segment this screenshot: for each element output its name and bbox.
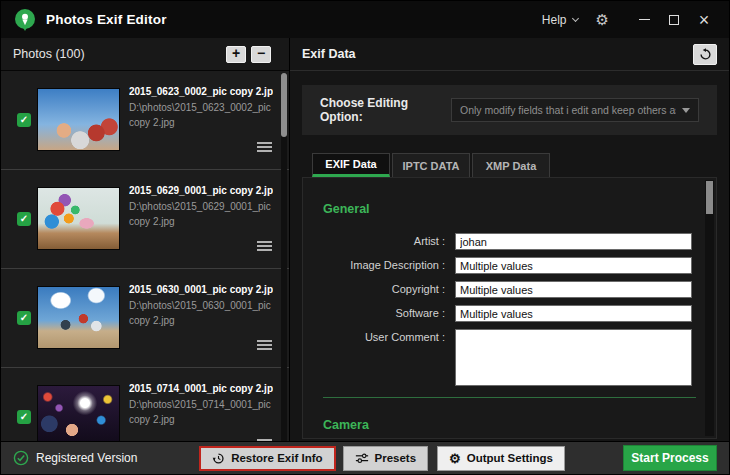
photos-sidebar: Photos (100) + − ✓ 2015_0623_0002_pic co… [1,38,290,441]
photo-filename: 2015_0623_0002_pic copy 2.jpg [129,86,273,97]
exif-panel-title: Exif Data [302,47,356,61]
field-label-user-comment: User Comment : [303,329,455,343]
chevron-down-icon [572,14,579,21]
add-photos-button[interactable]: + [226,46,246,63]
registered-version-label: Registered Version [36,451,137,465]
row-menu-icon[interactable] [257,340,272,350]
registered-check-icon [13,450,29,466]
copyright-field[interactable] [455,281,692,298]
app-logo-icon [13,8,37,32]
image-description-field[interactable] [455,257,692,274]
photo-checkbox[interactable]: ✓ [17,311,31,325]
field-label-image-description: Image Description : [303,257,455,271]
photo-filepath: D:\photos\2015_0714_0001_pic copy 2.jpg [129,398,273,427]
editing-option-label: Choose Editing Option: [320,96,451,124]
field-label-artist: Artist : [303,233,455,247]
maximize-button[interactable] [659,8,689,32]
dropdown-caret-icon [682,108,690,113]
registered-version-status: Registered Version [13,450,137,466]
photo-checkbox[interactable]: ✓ [17,212,31,226]
exif-panel: Exif Data Choose Editing Option: Only mo… [290,38,729,441]
sliders-icon [355,452,369,464]
exif-panel-header: Exif Data [290,38,729,71]
editing-option-panel: Choose Editing Option: Only modify field… [302,85,717,135]
photo-thumbnail [37,385,120,441]
row-menu-icon[interactable] [257,142,272,152]
row-menu-icon[interactable] [257,241,272,251]
restore-exif-info-label: Restore Exif Info [231,452,322,464]
section-divider [323,397,696,398]
output-settings-label: Output Settings [467,452,553,464]
photo-filename: 2015_0714_0001_pic copy 2.jpg [129,383,273,394]
photo-checkbox[interactable]: ✓ [17,410,31,424]
close-button[interactable]: × [689,8,719,32]
output-settings-button[interactable]: ⚙ Output Settings [437,446,565,471]
photos-count-label: Photos (100) [13,47,85,61]
app-window: Photos Exif Editor Help ⚙ × Photos (100)… [0,0,730,475]
row-menu-icon[interactable] [257,439,272,441]
title-bar: Photos Exif Editor Help ⚙ × [1,1,729,38]
refresh-icon [699,48,712,61]
section-title-general: General [323,202,716,216]
field-label-software: Software : [303,305,455,319]
sidebar-header: Photos (100) + − [1,38,289,71]
tab-exif-data[interactable]: EXIF Data [312,153,390,177]
restore-exif-info-button[interactable]: Restore Exif Info [199,446,335,471]
photo-filepath: D:\photos\2015_0630_0001_pic copy 2.jpg [129,299,273,328]
maximize-icon [669,15,679,25]
sidebar-scrollbar[interactable] [281,73,287,441]
photo-list-item[interactable]: ✓ 2015_0714_0001_pic copy 2.jpg D:\photo… [1,368,289,441]
section-title-camera: Camera [323,418,716,432]
app-title: Photos Exif Editor [46,12,167,27]
sidebar-scrollbar-thumb[interactable] [281,73,287,137]
form-scrollbar-thumb[interactable] [706,181,713,214]
form-scrollbar[interactable] [705,180,714,436]
remove-photos-button[interactable]: − [251,46,271,63]
minimize-button[interactable] [629,8,659,32]
tab-xmp-data[interactable]: XMP Data [472,153,550,177]
presets-button[interactable]: Presets [343,446,429,471]
photo-list[interactable]: ✓ 2015_0623_0002_pic copy 2.jpg D:\photo… [1,71,289,441]
start-process-label: Start Process [631,451,708,465]
photo-list-item[interactable]: ✓ 2015_0623_0002_pic copy 2.jpg D:\photo… [1,71,289,170]
photo-list-item[interactable]: ✓ 2015_0630_0001_pic copy 2.jpg D:\photo… [1,269,289,368]
photo-list-item[interactable]: ✓ 2015_0629_0001_pic copy 2.jpg D:\photo… [1,170,289,269]
editing-option-value: Only modify fields that i edit and keep … [460,104,676,116]
presets-label: Presets [375,452,417,464]
close-icon: × [699,11,710,29]
data-tabs: EXIF Data IPTC DATA XMP Data [312,153,729,177]
photo-thumbnail [37,187,120,250]
field-label-copyright: Copyright : [303,281,455,295]
refresh-button[interactable] [693,44,717,65]
help-label: Help [542,13,567,27]
gear-icon: ⚙ [449,452,461,465]
settings-gear-icon[interactable]: ⚙ [596,12,609,27]
photo-thumbnail [37,286,120,349]
software-field[interactable] [455,305,692,322]
start-process-button[interactable]: Start Process [623,445,717,471]
photo-filepath: D:\photos\2015_0623_0002_pic copy 2.jpg [129,101,273,130]
photo-checkbox[interactable]: ✓ [17,113,31,127]
artist-field[interactable] [455,233,692,250]
status-bar: Registered Version Restore Exif Info Pre [1,441,729,474]
editing-option-dropdown[interactable]: Only modify fields that i edit and keep … [451,98,699,122]
photo-filename: 2015_0629_0001_pic copy 2.jpg [129,185,273,196]
restore-icon [212,452,225,465]
user-comment-field[interactable] [455,329,692,386]
photo-filename: 2015_0630_0001_pic copy 2.jpg [129,284,273,295]
exif-form-area: General Artist : Image Description : Cop… [302,177,717,439]
photo-filepath: D:\photos\2015_0629_0001_pic copy 2.jpg [129,200,273,229]
photo-thumbnail [37,88,120,151]
help-menu[interactable]: Help [542,13,578,27]
tab-iptc-data[interactable]: IPTC DATA [392,153,470,177]
minimize-icon [639,19,650,20]
